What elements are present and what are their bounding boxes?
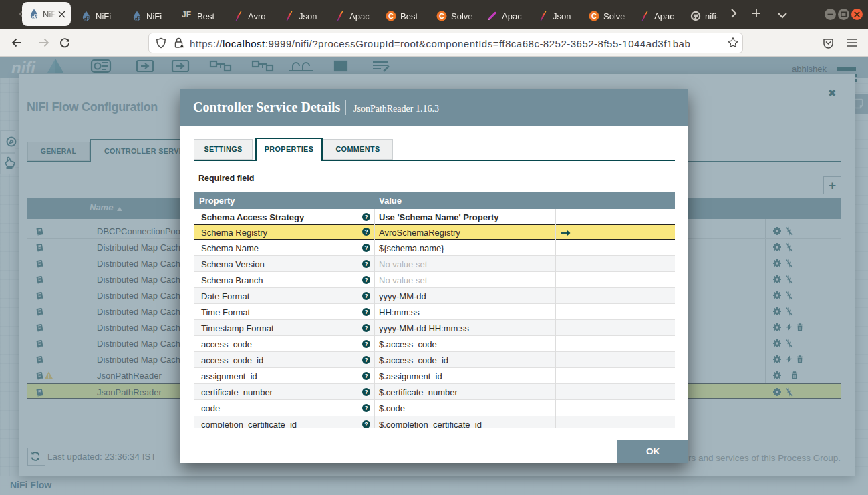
svg-text:C: C	[591, 12, 597, 20]
svg-text:C: C	[388, 12, 394, 20]
svg-text:C: C	[439, 12, 444, 20]
